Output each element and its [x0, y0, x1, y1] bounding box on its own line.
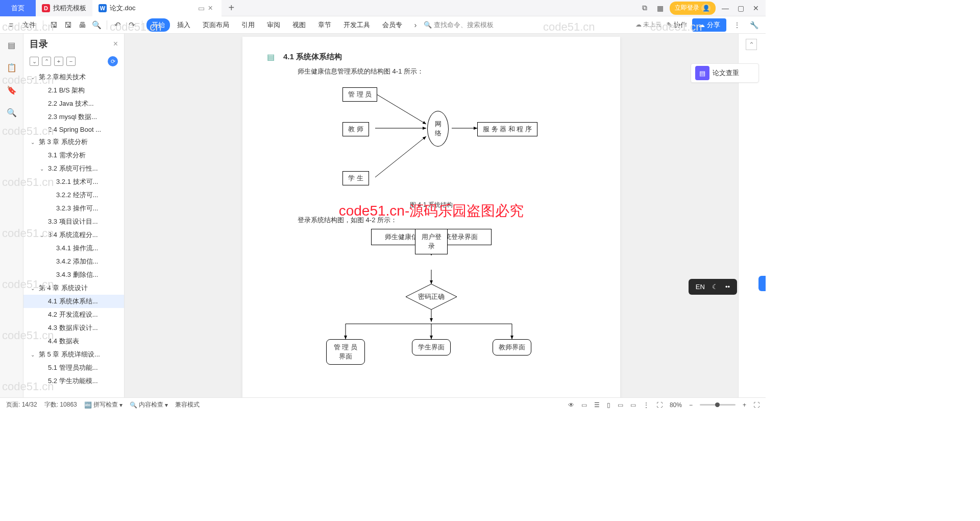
zoom-label[interactable]: 80%: [670, 401, 682, 409]
toc-label: 3.4.3 删除信...: [56, 270, 98, 279]
ime-indicator[interactable]: EN ☾ ••: [689, 279, 737, 295]
collaborate-button[interactable]: ✎ 协作: [667, 20, 687, 30]
zoom-out-button[interactable]: −: [689, 401, 693, 409]
undo-icon[interactable]: ↶: [111, 19, 124, 31]
toc-item[interactable]: ⌄3.4.2 添加信...: [23, 255, 124, 268]
tab-home[interactable]: 首页: [0, 0, 36, 16]
bookmark-icon[interactable]: 🔖: [6, 84, 18, 96]
status-page[interactable]: 页面: 14/32: [6, 400, 37, 409]
compat-mode[interactable]: 兼容模式: [175, 400, 200, 409]
tab-reference[interactable]: 引用: [236, 18, 260, 32]
tab-layout[interactable]: 页面布局: [198, 18, 234, 32]
toc-label: 2.1 B/S 架构: [48, 86, 85, 95]
toc-item[interactable]: ⌄3.4 系统流程分...: [23, 228, 124, 242]
hamburger-icon[interactable]: ≡: [5, 19, 17, 31]
layout-icon[interactable]: ⧉: [639, 3, 650, 14]
redo-icon[interactable]: ↷: [126, 19, 138, 31]
toc-item[interactable]: ⌄4.3 数据库设计...: [23, 321, 124, 335]
command-search[interactable]: 🔍 查找命令、搜索模板: [424, 20, 494, 30]
clipboard-icon[interactable]: 📋: [6, 61, 18, 74]
side-handle[interactable]: [758, 276, 766, 291]
plagiarism-check-card[interactable]: ▤ 论文查重: [691, 63, 759, 83]
view-outline-icon[interactable]: ☰: [594, 401, 600, 409]
table-of-contents[interactable]: ⌄第 2 章相关技术⌄2.1 B/S 架构⌄2.2 Java 技术...⌄2.3…: [23, 70, 124, 397]
view-print-icon[interactable]: ▭: [630, 401, 636, 409]
toc-item[interactable]: ⌄3.2.1 技术可...: [23, 175, 124, 188]
tab-start[interactable]: 开始: [146, 18, 170, 32]
tab-docao-template[interactable]: D 找稻壳模板: [36, 0, 92, 16]
tab-devtools[interactable]: 开发工具: [338, 18, 375, 32]
toc-label: 3.3 项目设计目...: [48, 217, 98, 226]
tab-review[interactable]: 审阅: [262, 18, 285, 32]
toc-item[interactable]: ⌄3.4.3 删除信...: [23, 268, 124, 281]
close-window-button[interactable]: ✕: [750, 3, 762, 14]
toc-item[interactable]: ⌄4.2 开发流程设...: [23, 308, 124, 321]
divider: [43, 20, 43, 30]
toc-item[interactable]: ⌄3.3 项目设计目...: [23, 215, 124, 228]
preview-icon[interactable]: 🔍: [90, 19, 103, 31]
add-heading-icon[interactable]: +: [54, 57, 63, 66]
zoom-in-button[interactable]: +: [743, 401, 746, 409]
apps-icon[interactable]: ▦: [654, 3, 666, 14]
expand-all-icon[interactable]: ⌃: [42, 57, 51, 66]
toc-item[interactable]: ⌄2.4 Spring Boot ...: [23, 124, 124, 135]
file-menu[interactable]: 文件: [19, 20, 39, 30]
minimize-button[interactable]: —: [720, 3, 731, 14]
plagiarism-label: 论文查重: [713, 68, 739, 78]
collapse-all-icon[interactable]: ⌄: [30, 57, 39, 66]
view-page-icon[interactable]: ▭: [581, 401, 587, 409]
eye-icon[interactable]: 👁: [568, 401, 574, 409]
remove-heading-icon[interactable]: −: [66, 57, 76, 66]
fullscreen-icon[interactable]: ⛶: [753, 401, 760, 409]
toc-item[interactable]: ⌄4.1 系统体系结...: [23, 295, 124, 308]
save-icon[interactable]: 🖫: [47, 19, 60, 31]
outline-toggle-icon[interactable]: ▤: [6, 39, 18, 51]
toc-item[interactable]: ⌄第 3 章 系统分析: [23, 135, 124, 149]
toc-item[interactable]: ⌄3.4.1 操作流...: [23, 242, 124, 255]
spell-check[interactable]: 🔤 拼写检查 ▾: [84, 400, 122, 409]
close-panel-icon[interactable]: ×: [113, 39, 118, 49]
more-views-icon[interactable]: ⋮: [643, 401, 649, 409]
cloud-status[interactable]: ☁ 未上云: [635, 20, 662, 29]
projector-icon[interactable]: ▭: [198, 4, 205, 12]
tab-insert[interactable]: 插入: [172, 18, 195, 32]
login-button[interactable]: 立即登录 👤: [670, 2, 716, 15]
toc-item[interactable]: ⌄第 2 章相关技术: [23, 70, 124, 84]
toc-item[interactable]: ⌄5.2 学生功能模...: [23, 374, 124, 388]
zoom-slider[interactable]: [700, 404, 736, 406]
kebab-icon[interactable]: ⋮: [731, 21, 743, 29]
outline-settings-icon[interactable]: ⟳: [108, 56, 118, 66]
maximize-button[interactable]: ▢: [735, 3, 746, 14]
tab-document-active[interactable]: W 论文.doc ▭ ×: [92, 0, 222, 16]
more-icon[interactable]: ›: [409, 19, 422, 31]
toc-item[interactable]: ⌄3.2.2 经济可...: [23, 188, 124, 202]
new-tab-button[interactable]: +: [222, 0, 242, 16]
content-check[interactable]: 🔍 内容检查 ▾: [130, 400, 168, 409]
view-read-icon[interactable]: ▯: [607, 401, 610, 409]
toc-item[interactable]: ⌄2.1 B/S 架构: [23, 84, 124, 97]
toc-item[interactable]: ⌄2.2 Java 技术...: [23, 97, 124, 110]
toc-item[interactable]: ⌄3.1 需求分析: [23, 149, 124, 162]
toc-item[interactable]: ⌄4.4 数据表: [23, 335, 124, 348]
search-rail-icon[interactable]: 🔍: [6, 106, 18, 119]
tab-chapter[interactable]: 章节: [313, 18, 336, 32]
save-as-icon[interactable]: 🖫: [62, 19, 74, 31]
toc-item[interactable]: ⌄3.2 系统可行性...: [23, 162, 124, 175]
tab-member[interactable]: 会员专: [377, 18, 407, 32]
toc-item[interactable]: ⌄2.3 mysql 数据...: [23, 110, 124, 124]
collapse-panel-icon[interactable]: ⌃: [746, 39, 757, 50]
toc-item[interactable]: ⌄5.1 管理员功能...: [23, 361, 124, 374]
zoom-fit-icon[interactable]: ⛶: [656, 401, 663, 409]
share-button[interactable]: ☁ 分享: [692, 18, 726, 32]
status-wordcount[interactable]: 字数: 10863: [44, 400, 77, 409]
print-icon[interactable]: 🖶: [76, 19, 88, 31]
tab-view[interactable]: 视图: [287, 18, 311, 32]
document-area[interactable]: ▤ 4.1 系统体系结构 师生健康信息管理系统的结构图 4-1 所示： 管 理 …: [125, 34, 738, 397]
toc-item[interactable]: ⌄3.2.3 操作可...: [23, 202, 124, 215]
toc-item[interactable]: ⌄第 4 章 系统设计: [23, 281, 124, 295]
wrench-icon[interactable]: 🔧: [748, 21, 761, 29]
close-tab-icon[interactable]: ×: [208, 4, 215, 13]
view-web-icon[interactable]: ▭: [618, 401, 623, 409]
toc-item[interactable]: ⌄第 5 章 系统详细设...: [23, 348, 124, 361]
diagram-node-network: 网络: [427, 111, 449, 147]
